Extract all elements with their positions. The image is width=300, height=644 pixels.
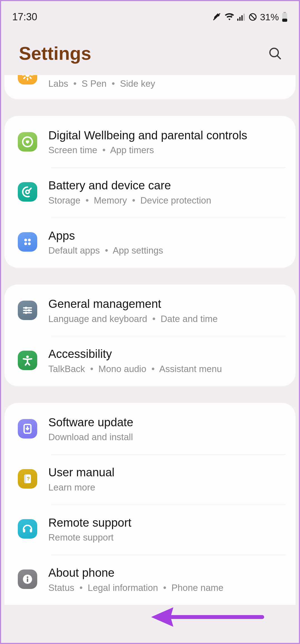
- settings-row-general[interactable]: General managementLanguage and keyboard …: [4, 284, 296, 336]
- svg-line-6: [251, 15, 255, 19]
- row-text: Digital Wellbeing and parental controlsS…: [48, 125, 286, 158]
- settings-group: Labs • S Pen • Side key: [4, 75, 296, 99]
- search-icon: [268, 46, 282, 61]
- svg-point-23: [24, 239, 27, 242]
- svg-rect-42: [27, 578, 28, 582]
- svg-point-25: [24, 242, 27, 245]
- row-title: Battery and device care: [48, 178, 286, 193]
- row-title: About phone: [48, 566, 286, 580]
- row-title: Software update: [48, 415, 286, 430]
- settings-row-remote[interactable]: Remote supportRemote support: [4, 505, 296, 555]
- svg-point-26: [28, 242, 31, 245]
- settings-group: General managementLanguage and keyboard …: [4, 284, 296, 386]
- row-subtitle: Learn more: [48, 482, 286, 494]
- settings-row-about[interactable]: About phoneStatus • Legal information • …: [4, 555, 296, 605]
- svg-rect-7: [284, 12, 286, 13]
- row-text: AccessibilityTalkBack • Mono audio • Ass…: [48, 344, 286, 377]
- page-title: Settings: [19, 43, 91, 64]
- wellbeing-icon: [18, 132, 37, 152]
- update-icon: [18, 419, 37, 439]
- status-time: 17:30: [12, 11, 37, 23]
- row-text: About phoneStatus • Legal information • …: [48, 563, 286, 595]
- svg-rect-36: [24, 474, 26, 483]
- remote-icon: [18, 519, 37, 539]
- status-bar: 17:30 6 31%: [1, 1, 299, 26]
- svg-text:?: ?: [27, 476, 30, 482]
- svg-point-12: [25, 75, 29, 77]
- settings-row-accessibility[interactable]: AccessibilityTalkBack • Mono audio • Ass…: [4, 336, 296, 386]
- battery-icon: [282, 12, 288, 22]
- settings-group: Software updateDownload and install?User…: [4, 403, 296, 605]
- row-title: Accessibility: [48, 347, 286, 361]
- row-title: General management: [48, 297, 286, 311]
- row-subtitle: Labs • S Pen • Side key: [48, 78, 286, 90]
- settings-group: Digital Wellbeing and parental controlsS…: [4, 116, 296, 268]
- row-subtitle: Status • Legal information • Phone name: [48, 582, 286, 594]
- row-subtitle: TalkBack • Mono audio • Assistant menu: [48, 363, 286, 375]
- wifi-icon: 6: [224, 13, 234, 21]
- settings-row-advanced[interactable]: Labs • S Pen • Side key: [4, 75, 296, 99]
- about-icon: [18, 569, 37, 589]
- row-title: Apps: [48, 229, 286, 243]
- svg-point-32: [25, 311, 27, 314]
- battery-percentage: 31%: [260, 12, 279, 23]
- svg-point-24: [28, 239, 31, 242]
- vibrate-icon: [212, 12, 222, 22]
- row-text: Remote supportRemote support: [48, 513, 286, 545]
- search-button[interactable]: [267, 45, 283, 62]
- apps-icon: [18, 232, 37, 252]
- row-subtitle: Default apps • App settings: [48, 245, 286, 257]
- svg-point-33: [26, 356, 29, 358]
- settings-row-manual[interactable]: ?User manualLearn more: [4, 455, 296, 504]
- settings-row-devicecare[interactable]: Battery and device careStorage • Memory …: [4, 168, 296, 217]
- svg-line-19: [24, 77, 25, 78]
- row-title: Digital Wellbeing and parental controls: [48, 128, 286, 143]
- settings-row-apps[interactable]: AppsDefault apps • App settings: [4, 218, 296, 268]
- row-text: User manualLearn more: [48, 462, 286, 495]
- dnd-icon: [248, 13, 257, 21]
- row-text: AppsDefault apps • App settings: [48, 226, 286, 258]
- general-icon: [18, 301, 37, 320]
- header: Settings: [1, 26, 299, 75]
- svg-point-31: [28, 309, 30, 311]
- svg-point-41: [27, 576, 28, 578]
- svg-text:6: 6: [231, 13, 232, 17]
- svg-rect-2: [239, 17, 241, 21]
- row-subtitle: Download and install: [48, 431, 286, 443]
- svg-line-11: [278, 56, 281, 59]
- settings-row-update[interactable]: Software updateDownload and install: [4, 403, 296, 454]
- svg-rect-3: [241, 15, 243, 21]
- accessibility-icon: [18, 351, 37, 370]
- devicecare-icon: [18, 182, 37, 202]
- svg-rect-9: [282, 19, 287, 22]
- svg-point-30: [25, 307, 27, 309]
- svg-rect-4: [243, 14, 245, 21]
- row-text: Software updateDownload and install: [48, 412, 286, 445]
- row-title: User manual: [48, 465, 286, 480]
- row-text: General managementLanguage and keyboard …: [48, 294, 286, 326]
- settings-row-wellbeing[interactable]: Digital Wellbeing and parental controlsS…: [4, 116, 296, 167]
- svg-rect-38: [23, 529, 25, 532]
- annotation-arrow: [151, 605, 265, 630]
- row-text: Labs • S Pen • Side key: [48, 75, 286, 91]
- status-indicators: 6 31%: [212, 12, 288, 23]
- row-title: Remote support: [48, 516, 286, 530]
- svg-line-18: [30, 77, 31, 78]
- svg-rect-1: [237, 19, 239, 21]
- manual-icon: ?: [18, 469, 37, 489]
- row-subtitle: Language and keyboard • Date and time: [48, 313, 286, 325]
- row-text: Battery and device careStorage • Memory …: [48, 175, 286, 208]
- row-subtitle: Storage • Memory • Device protection: [48, 195, 286, 207]
- row-subtitle: Screen time • App timers: [48, 144, 286, 156]
- row-subtitle: Remote support: [48, 532, 286, 544]
- advanced-icon: [18, 75, 37, 85]
- signal-icon: [237, 13, 246, 21]
